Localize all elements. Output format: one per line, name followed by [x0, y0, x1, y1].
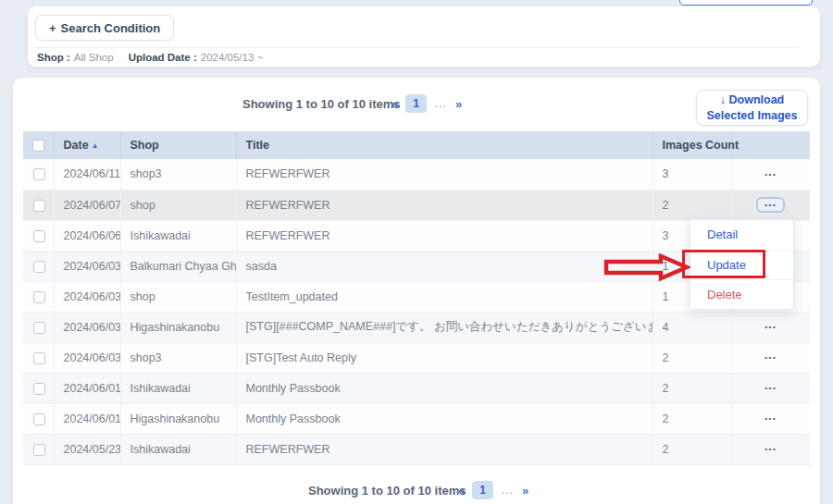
download-icon: ↓ [720, 93, 726, 106]
row-checkbox[interactable] [33, 261, 45, 273]
row-checkbox[interactable] [33, 230, 45, 242]
cell-date: 2024/06/03 [54, 312, 120, 342]
header-shop[interactable]: Shop [120, 131, 236, 159]
cell-title: REFWERFWER [236, 159, 653, 190]
table-row: 2024/06/11 shop3 REFWERFWER 3 ••• [23, 159, 810, 190]
pagination-ellipsis: ... [502, 484, 514, 497]
search-condition-card: + Search Condition Shop :All Shop Upload… [28, 6, 820, 67]
cell-date: 2024/06/07 [54, 190, 120, 220]
last-page-icon[interactable]: » [455, 97, 461, 111]
top-cropped-button[interactable] [679, 0, 813, 6]
search-condition-button[interactable]: + Search Condition [35, 15, 174, 41]
cell-title: REFWERFWER [236, 190, 653, 220]
download-label-line1: Download [729, 93, 785, 106]
row-actions-button[interactable]: ••• [757, 166, 784, 182]
menu-item-detail[interactable]: Detail [690, 220, 793, 250]
cell-date: 2024/06/03 [54, 251, 120, 281]
row-checkbox[interactable] [33, 383, 45, 395]
cell-shop: shop3 [120, 159, 236, 190]
header-title[interactable]: Title [236, 131, 653, 159]
cell-images-count: 2 [653, 434, 731, 464]
sort-asc-icon: ▲ [92, 141, 99, 150]
row-checkbox[interactable] [33, 444, 45, 456]
pagination-bottom: « 1 ... » [458, 481, 528, 499]
active-filters: Shop :All Shop Upload Date :2024/05/13 ~ [37, 52, 263, 63]
table-header-row: Date▲ Shop Title Images Count [23, 131, 810, 159]
filter-upload-date-label: Upload Date : [129, 52, 197, 63]
cell-date: 2024/06/06 [54, 220, 120, 251]
cell-date: 2024/06/03 [54, 281, 120, 312]
cell-title: [STG][###COMP_NAME###]です。 お問い合わせいただきありがと… [236, 312, 653, 342]
download-selected-images-button[interactable]: ↓ Download Selected Images [696, 90, 808, 126]
table-row: 2024/06/01 Ishikawadai Monthly Passbook … [23, 373, 810, 403]
menu-item-delete[interactable]: Delete [690, 279, 793, 309]
cell-shop: Ishikawadai [120, 373, 236, 403]
first-page-icon[interactable]: « [458, 484, 464, 498]
cell-title: sasda [236, 251, 653, 281]
row-checkbox[interactable] [33, 413, 45, 425]
cell-images-count: 2 [653, 190, 731, 220]
first-page-icon[interactable]: « [392, 97, 397, 111]
plus-icon: + [49, 21, 56, 35]
row-actions-button[interactable]: ••• [757, 380, 784, 396]
row-actions-button[interactable]: ••• [757, 411, 784, 426]
download-label-line2: Selected Images [707, 109, 798, 122]
cell-date: 2024/06/01 [54, 373, 120, 403]
header-date[interactable]: Date▲ [54, 131, 120, 159]
select-all-checkbox[interactable] [32, 140, 44, 152]
filter-shop-label: Shop : [37, 52, 70, 63]
page-number-button[interactable]: 1 [405, 94, 427, 113]
showing-count-bottom: Showing 1 to 10 of 10 items [308, 484, 466, 498]
cell-shop: Higashinakanobu [120, 403, 236, 434]
cell-title: REFWERFWER [236, 220, 653, 251]
cell-shop: shop [120, 281, 236, 312]
row-actions-button[interactable]: ••• [757, 350, 784, 365]
cell-shop: shop3 [120, 342, 236, 373]
row-actions-button-active[interactable]: ••• [756, 197, 785, 213]
table-row: 2024/06/03 Higashinakanobu [STG][###COMP… [23, 312, 810, 342]
table-row: 2024/06/01 Higashinakanobu Monthly Passb… [23, 403, 810, 434]
row-checkbox[interactable] [33, 168, 45, 180]
cell-shop: Higashinakanobu [120, 312, 236, 342]
row-actions-button[interactable]: ••• [757, 441, 784, 457]
search-condition-label: Search Condition [61, 21, 161, 35]
table-row: 2024/06/03 shop3 [STG]Test Auto Reply 2 … [23, 342, 810, 373]
menu-item-update[interactable]: Update [690, 250, 793, 279]
filter-shop: Shop :All Shop [37, 52, 114, 63]
cell-images-count: 2 [653, 403, 731, 434]
filter-shop-value: All Shop [74, 52, 114, 63]
row-checkbox[interactable] [33, 291, 45, 303]
table-row: 2024/05/23 Ishikawadai REFWERFWER 2 ••• [23, 434, 810, 464]
table-row: 2024/06/07 shop REFWERFWER 2 ••• [23, 190, 810, 220]
cell-shop: Balkumari Chyaa Ghar [120, 251, 236, 281]
cell-title: TestItem_updated [236, 281, 653, 312]
header-date-label: Date [64, 139, 89, 152]
divider [33, 47, 798, 48]
cell-shop: Ishikawadai [120, 220, 236, 251]
row-checkbox[interactable] [33, 200, 45, 212]
showing-count-top: Showing 1 to 10 of 10 items [242, 97, 400, 111]
row-actions-button[interactable]: ••• [757, 319, 784, 335]
cell-title: [STG]Test Auto Reply [236, 342, 653, 373]
cell-date: 2024/06/11 [54, 159, 120, 190]
pagination-ellipsis: ... [435, 97, 447, 110]
last-page-icon[interactable]: » [522, 484, 528, 498]
cell-date: 2024/06/01 [54, 403, 120, 434]
cell-shop: shop [120, 190, 236, 220]
page-number-button[interactable]: 1 [472, 481, 493, 499]
header-images-count[interactable]: Images Count [653, 131, 731, 159]
row-checkbox[interactable] [33, 352, 45, 364]
filter-upload-date: Upload Date :2024/05/13 ~ [129, 52, 264, 63]
cell-images-count: 2 [653, 373, 731, 403]
cell-images-count: 4 [653, 312, 731, 342]
filter-upload-date-value: 2024/05/13 ~ [201, 52, 263, 63]
pagination-top: « 1 ... » [392, 94, 461, 113]
cell-date: 2024/05/23 [54, 434, 120, 464]
cell-images-count: 2 [653, 342, 731, 373]
row-checkbox[interactable] [33, 322, 45, 334]
header-actions [731, 131, 810, 159]
cell-title: REFWERFWER [236, 434, 653, 464]
cell-date: 2024/06/03 [54, 342, 120, 373]
cell-title: Monthly Passbook [236, 403, 653, 434]
row-actions-menu: Detail Update Delete [690, 219, 794, 310]
